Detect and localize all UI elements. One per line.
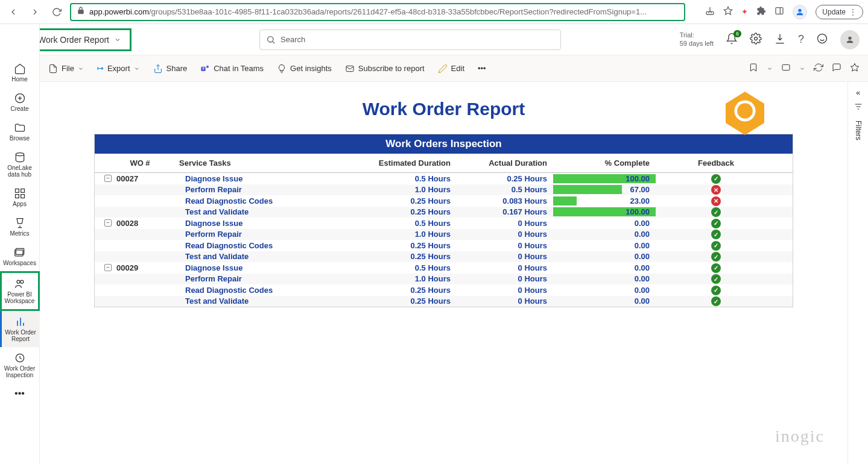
act-cell: 0 Hours bbox=[463, 219, 553, 228]
more-actions[interactable]: ••• bbox=[478, 64, 486, 73]
expander-icon[interactable]: − bbox=[104, 175, 112, 182]
bookmark-button[interactable] bbox=[749, 63, 758, 74]
table-row[interactable]: −00027Diagnose Issue0.5 Hours0.25 Hours1… bbox=[95, 173, 793, 184]
table-banner: Work Orders Inspection bbox=[95, 134, 793, 154]
nav-powerbi-workspace[interactable]: Power BI Workspace bbox=[0, 271, 40, 311]
help-button[interactable]: ? bbox=[798, 33, 804, 46]
file-menu[interactable]: File bbox=[48, 64, 84, 74]
act-cell: 0 Hours bbox=[463, 274, 553, 283]
url-path: /groups/531be8aa-101c-4985-8f11-1ca032b3… bbox=[149, 7, 647, 16]
table-row[interactable]: Read Diagnostic Codes0.25 Hours0 Hours0.… bbox=[95, 240, 793, 251]
chevron-down-icon bbox=[114, 36, 121, 43]
user-avatar[interactable] bbox=[840, 30, 860, 49]
chat-teams-button[interactable]: TChat in Teams bbox=[200, 64, 264, 74]
feedback-cell: ✓ bbox=[656, 296, 776, 307]
nav-create[interactable]: Create bbox=[0, 87, 40, 117]
filter-icon bbox=[854, 102, 863, 113]
table-row[interactable]: Perform Repair1.0 Hours0.5 Hours67.00✕ bbox=[95, 184, 793, 196]
pct-cell: 0.00 bbox=[553, 286, 656, 295]
update-button[interactable]: Update⋮ bbox=[816, 5, 863, 19]
nav-home[interactable]: Home bbox=[0, 58, 40, 87]
svg-point-16 bbox=[20, 280, 23, 283]
check-icon: ✓ bbox=[711, 230, 721, 239]
export-menu[interactable]: ↦Export bbox=[97, 64, 140, 73]
back-button[interactable] bbox=[5, 4, 22, 20]
nav-metrics[interactable]: Metrics bbox=[0, 212, 40, 242]
table-row[interactable]: −00028Diagnose Issue0.5 Hours0 Hours0.00… bbox=[95, 218, 793, 229]
nav-apps[interactable]: Apps bbox=[0, 183, 40, 212]
check-icon: ✓ bbox=[711, 174, 721, 184]
nav-workspaces[interactable]: Workspaces bbox=[0, 242, 40, 271]
refresh-button[interactable] bbox=[814, 63, 823, 74]
header-wo: WO # bbox=[101, 158, 179, 168]
table-row[interactable]: Test and Validate0.25 Hours0 Hours0.00✓ bbox=[95, 296, 793, 307]
svg-rect-11 bbox=[15, 195, 19, 198]
pct-cell: 100.00 bbox=[553, 207, 656, 216]
nav-browse[interactable]: Browse bbox=[0, 117, 40, 146]
wo-cell: −00029 bbox=[101, 263, 179, 272]
svg-point-15 bbox=[17, 280, 20, 283]
insights-button[interactable]: Get insights bbox=[277, 64, 332, 74]
search-input[interactable]: Search bbox=[259, 30, 561, 50]
pct-cell: 0.00 bbox=[553, 219, 656, 228]
subscribe-button[interactable]: Subscribe to report bbox=[345, 64, 425, 74]
notifications-button[interactable]: 6 bbox=[726, 33, 738, 46]
settings-button[interactable] bbox=[750, 33, 762, 46]
share-icon[interactable] bbox=[705, 6, 715, 17]
report-table: Work Orders Inspection WO # Service Task… bbox=[94, 134, 793, 307]
table-row[interactable]: Test and Validate0.25 Hours0.167 Hours10… bbox=[95, 207, 793, 218]
collapse-icon[interactable]: « bbox=[856, 88, 860, 97]
pct-cell: 23.00 bbox=[553, 196, 656, 205]
task-cell: Diagnose Issue bbox=[179, 263, 360, 272]
extensions-icon[interactable] bbox=[756, 6, 766, 17]
forward-button[interactable] bbox=[27, 4, 43, 20]
star-icon[interactable] bbox=[723, 6, 733, 17]
reload-button[interactable] bbox=[48, 4, 65, 20]
table-row[interactable]: Perform Repair1.0 Hours0 Hours0.00✓ bbox=[95, 229, 793, 240]
assistant-icon[interactable]: ✦ bbox=[741, 7, 748, 16]
task-cell: Diagnose Issue bbox=[179, 174, 360, 183]
nav-work-order-inspection[interactable]: Work Order Inspection bbox=[0, 347, 40, 383]
svg-point-37 bbox=[206, 65, 209, 67]
header-task: Service Tasks bbox=[179, 158, 360, 168]
nav-more[interactable]: ••• bbox=[0, 383, 40, 404]
expander-icon[interactable]: − bbox=[104, 219, 112, 227]
chevron-down-icon[interactable] bbox=[767, 66, 773, 72]
filters-pane[interactable]: « Filters bbox=[847, 82, 868, 464]
check-icon: ✓ bbox=[711, 207, 721, 217]
table-header-row: WO # Service Tasks Estimated Duration Ac… bbox=[95, 154, 793, 173]
feedback-button[interactable] bbox=[816, 33, 828, 46]
nav-work-order-report[interactable]: Work Order Report bbox=[0, 311, 40, 347]
table-row[interactable]: −00029Diagnose Issue0.5 Hours0 Hours0.00… bbox=[95, 262, 793, 274]
act-cell: 0.5 Hours bbox=[463, 185, 553, 194]
share-button[interactable]: Share bbox=[153, 64, 188, 74]
table-row[interactable]: Test and Validate0.25 Hours0 Hours0.00✓ bbox=[95, 251, 793, 263]
chevron-down-icon bbox=[134, 66, 140, 72]
nav-onelake[interactable]: OneLake data hub bbox=[0, 146, 40, 183]
pct-cell: 0.00 bbox=[553, 230, 656, 239]
edit-button[interactable]: Edit bbox=[438, 64, 464, 74]
chevron-down-icon[interactable] bbox=[799, 66, 805, 72]
task-cell: Read Diagnostic Codes bbox=[179, 286, 360, 295]
feedback-cell: ✓ bbox=[656, 174, 776, 184]
view-button[interactable] bbox=[781, 63, 791, 74]
download-button[interactable] bbox=[774, 33, 786, 46]
table-row[interactable]: Perform Repair1.0 Hours0 Hours0.00✓ bbox=[95, 274, 793, 285]
favorite-button[interactable] bbox=[850, 63, 860, 74]
table-row[interactable]: Read Diagnostic Codes0.25 Hours0.083 Hou… bbox=[95, 195, 793, 207]
address-bar[interactable]: app.powerbi.com/groups/531be8aa-101c-498… bbox=[70, 3, 685, 21]
x-icon: ✕ bbox=[711, 196, 721, 206]
comment-button[interactable] bbox=[832, 63, 841, 74]
check-icon: ✓ bbox=[711, 252, 721, 262]
profile-avatar[interactable] bbox=[793, 5, 807, 19]
svg-line-31 bbox=[273, 42, 274, 43]
expander-icon[interactable]: − bbox=[104, 264, 112, 271]
report-title-dropdown[interactable]: Work Order Report bbox=[28, 28, 131, 51]
table-row[interactable]: Read Diagnostic Codes0.25 Hours0 Hours0.… bbox=[95, 284, 793, 296]
chevron-down-icon bbox=[78, 66, 84, 72]
task-cell: Read Diagnostic Codes bbox=[179, 196, 360, 205]
act-cell: 0.083 Hours bbox=[463, 196, 553, 205]
sidepanel-icon[interactable] bbox=[775, 6, 784, 17]
pct-cell: 100.00 bbox=[553, 174, 656, 183]
left-nav: Home Create Browse OneLake data hub Apps… bbox=[0, 24, 40, 464]
